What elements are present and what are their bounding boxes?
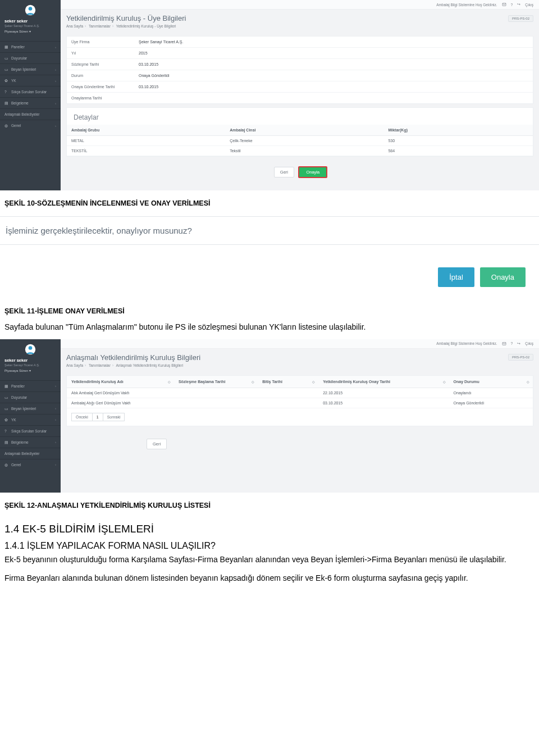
svg-point-4 [29, 346, 33, 350]
sort-icon: ◇ [312, 380, 315, 384]
doc-paragraph: Ek-5 beyanının oluşturulduğu forma Karşı… [0, 552, 539, 567]
table-row[interactable]: Atık Ambalaj Geri Dönüşüm Vakfı22.10.201… [67, 388, 533, 398]
info-panel: Üye FirmaŞeker Sanayi Ticaret A.Ş. Yıl20… [66, 36, 533, 104]
main-content: Ambalaj Bilgi Sistemine Hoş Geldiniz. ? … [61, 0, 539, 190]
figure-caption-12: ŞEKİL 12-ANLAŞMALI YETKİLENDİRİLMİŞ KURU… [0, 493, 539, 514]
globe-icon: ◍ [4, 124, 8, 127]
nav-genel[interactable]: ◍Genel› [0, 120, 61, 131]
chevron-right-icon: › [55, 68, 56, 71]
doc-paragraph: Sayfada bulunan "Tüm Anlaşmalarım" buton… [0, 320, 539, 335]
user-role[interactable]: Piyasaya Süren ▾ [0, 367, 61, 376]
help-icon[interactable]: ? [511, 341, 513, 345]
sort-icon: ◇ [443, 380, 446, 384]
megaphone-icon: ▭ [4, 56, 8, 60]
details-title: Detaylar [67, 108, 533, 125]
help-icon[interactable]: ? [511, 3, 513, 7]
geri-button[interactable]: Geri [274, 167, 294, 177]
page-title: Yetkilendirilmiş Kuruluş - Üye Bilgileri [66, 14, 501, 22]
confirm-message: İşleminiz gerçekleştirilecektir, onaylıy… [0, 216, 539, 245]
nav-yk[interactable]: ✿YK› [0, 75, 61, 86]
gear-icon: ✿ [4, 418, 8, 422]
main-content: Ambalaj Bilgi Sistemine Hoş Geldiniz. ? … [61, 339, 539, 493]
col-ambalaj-cinsi: Ambalaj Cinsi [225, 125, 383, 136]
avatar [0, 339, 61, 358]
onayla-confirm-button[interactable]: Onayla [480, 267, 526, 287]
col-ambalaj-grubu: Ambalaj Grubu [67, 125, 225, 136]
sidebar: seker seker Şeker Sanayi Ticaret A.Ş. Pi… [0, 339, 61, 493]
nav-duyurular[interactable]: ▭Duyurular [0, 52, 61, 63]
col-onay-durumu[interactable]: Onay Durumu◇ [449, 376, 533, 388]
chevron-right-icon: › [55, 124, 56, 127]
megaphone-icon: ▭ [4, 395, 8, 399]
figure-caption-11: ŞEKİL 11-İŞLEME ONAY VERİLMESİ [0, 298, 539, 320]
nav-belgeleme[interactable]: ▤Belgeleme› [0, 436, 61, 448]
mail-icon[interactable] [502, 341, 506, 346]
geri-button[interactable]: Geri [147, 439, 167, 449]
heading-1-4: 1.4 EK-5 BİLDİRİM İŞLEMLERİ [0, 514, 539, 538]
heading-1-4-1: 1.4.1 İŞLEM YAPILACAK FORMA NASIL ULAŞIL… [0, 538, 539, 552]
file-icon: ▤ [4, 440, 8, 444]
question-icon: ? [4, 90, 8, 94]
gear-icon: ✿ [4, 79, 8, 83]
sort-icon: ◇ [252, 380, 254, 384]
topbar: Ambalaj Bilgi Sistemine Hoş Geldiniz. ? … [61, 339, 539, 349]
nav-anlasmali-belediyeler[interactable]: Anlaşmalı Belediyeler [0, 448, 61, 459]
exit-label[interactable]: Çıkış [525, 341, 533, 345]
confirm-actions: İptal Onayla [0, 245, 539, 298]
nav-duyurular[interactable]: ▭Duyurular [0, 391, 61, 403]
question-icon: ? [4, 429, 8, 433]
col-bitis-tarihi[interactable]: Bitiş Tarihi◇ [258, 376, 318, 388]
nav-beyan-islemleri[interactable]: ▭Beyan İşlemleri› [0, 63, 61, 75]
page-title: Anlaşmalı Yetkilendirilmiş Kuruluş Bilgi… [66, 353, 501, 362]
table-row[interactable]: Ambalaj Atığı Geri Dönüşüm Vakfı03.10.20… [67, 398, 533, 408]
sort-icon: ◇ [527, 380, 529, 384]
nav-genel[interactable]: ◍Genel› [0, 459, 61, 470]
user-company: Şeker Sanayi Ticaret A.Ş. [0, 363, 61, 367]
exit-label[interactable]: Çıkış [525, 3, 533, 7]
col-onay-tarihi[interactable]: Yetkilendirilmiş Kuruluş Onay Tarihi◇ [318, 376, 449, 388]
sidebar: seker seker Şeker Sanayi Ticaret A.Ş. Pi… [0, 0, 61, 190]
user-name: seker seker [0, 358, 61, 363]
kv-label: Üye Firma [67, 37, 134, 47]
exit-icon[interactable]: ↪ [517, 341, 520, 346]
nav-paneller[interactable]: ▦Paneller› [0, 41, 61, 52]
nav-anlasmali-belediyeler[interactable]: Anlaşmalı Belediyeler [0, 108, 61, 120]
col-kurulus-adi[interactable]: Yetkilendirilmiş Kuruluş Adı◇ [67, 376, 174, 388]
breadcrumb: Ana Sayfa› Tanımlamalar› Anlaşmalı Yetki… [61, 362, 539, 372]
chevron-right-icon: › [55, 79, 56, 83]
doc-paragraph: Firma Beyanları alanında bulunan dönem l… [0, 567, 539, 586]
table-row: TEKSTİLTekstil584 [67, 146, 533, 156]
pagination: Önceki1Sonraki [67, 408, 533, 426]
details-table: Ambalaj Grubu Ambalaj Cinsi Miktar(Kg) M… [67, 125, 533, 156]
topbar: Ambalaj Bilgi Sistemine Hoş Geldiniz. ? … [61, 0, 539, 10]
onayla-button[interactable]: Onayla [298, 166, 327, 178]
nav-yk[interactable]: ✿YK› [0, 414, 61, 425]
pager-prev[interactable]: Önceki [71, 413, 93, 421]
sort-icon: ◇ [168, 380, 171, 384]
pager-page-1[interactable]: 1 [92, 413, 103, 421]
user-role[interactable]: Piyasaya Süren ▾ [0, 28, 61, 37]
app-screenshot-2: seker seker Şeker Sanayi Ticaret A.Ş. Pi… [0, 339, 539, 493]
mail-icon[interactable] [502, 2, 506, 7]
user-avatar-icon [25, 344, 36, 355]
figure-caption-10: ŞEKİL 10-SÖZLEŞMENİN İNCELENMESİ VE ONAY… [0, 190, 539, 212]
details-panel: Detaylar Ambalaj Grubu Ambalaj Cinsi Mik… [66, 107, 533, 157]
file-icon: ▤ [4, 101, 8, 105]
iptal-button[interactable]: İptal [438, 267, 474, 287]
exit-icon[interactable]: ↪ [517, 2, 520, 7]
grid-icon: ▦ [4, 384, 8, 388]
svg-point-1 [29, 7, 33, 11]
action-row: Geri Onayla [61, 160, 539, 184]
nav-paneller[interactable]: ▦Paneller› [0, 380, 61, 391]
avatar [0, 0, 61, 19]
nav-beyan-islemleri[interactable]: ▭Beyan İşlemleri› [0, 403, 61, 414]
grid-icon: ▦ [4, 45, 8, 49]
pager-next[interactable]: Sonraki [103, 413, 125, 421]
doc-icon: ▭ [4, 67, 8, 71]
col-baslama-tarihi[interactable]: Sözleşme Başlama Tarihi◇ [174, 376, 258, 388]
doc-icon: ▭ [4, 407, 8, 411]
kv-value: Şeker Sanayi Ticaret A.Ş. [134, 37, 533, 47]
nav-sss[interactable]: ?Sıkça Sorulan Sorular [0, 425, 61, 436]
nav-belgeleme[interactable]: ▤Belgeleme› [0, 97, 61, 108]
nav-sss[interactable]: ?Sıkça Sorulan Sorular [0, 86, 61, 97]
